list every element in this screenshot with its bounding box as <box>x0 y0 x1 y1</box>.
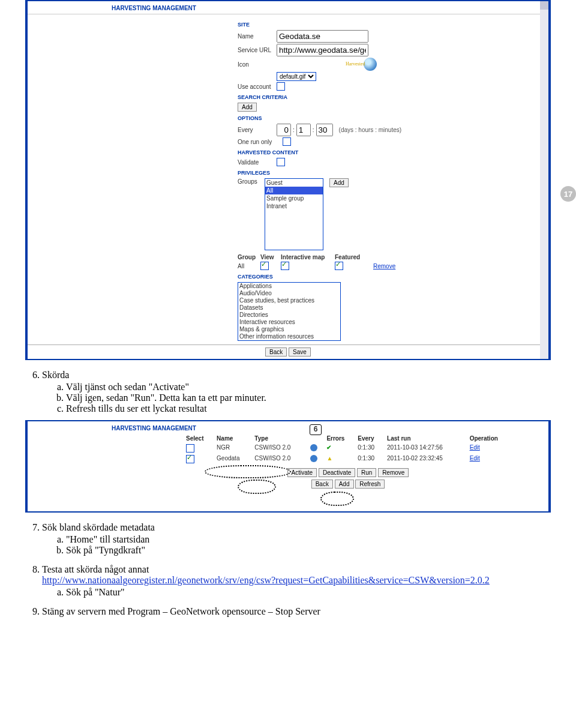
harvesting-list-panel: HARVESTING MANAGEMENT 6 Select Name Type… <box>25 420 551 513</box>
col-featured: Featured <box>335 254 367 260</box>
categories-listbox[interactable]: Applications Audio/Video Case studies, b… <box>238 282 341 341</box>
doc-steps-7-9: Sök bland skördade metadata "Home" till … <box>0 513 576 617</box>
scrollbar[interactable] <box>540 1 548 359</box>
callout-bubble: 6 <box>310 424 322 435</box>
th-select: Select <box>184 434 214 443</box>
step7a: "Home" till startsidan <box>66 534 547 545</box>
cat-option[interactable]: Directories <box>238 311 340 319</box>
every-minutes-input[interactable] <box>316 124 333 136</box>
step9-text: Stäng av servern med Program – GeoNetwor… <box>42 606 320 616</box>
warn-icon: ▲ <box>326 455 332 462</box>
name-label: Name <box>238 33 277 40</box>
edit-link[interactable]: Edit <box>470 444 480 451</box>
groups-listbox[interactable]: Guest All Sample group Intranet <box>265 178 323 250</box>
select-checkbox[interactable] <box>186 455 194 463</box>
every-hours-input[interactable] <box>296 124 311 136</box>
doc-step-6: Skörda Välj tjänst och sedan "Activate" … <box>0 360 576 414</box>
onerun-checkbox[interactable] <box>283 137 291 146</box>
run-button[interactable]: Run <box>357 468 376 477</box>
cat-option[interactable]: Maps & graphics <box>238 326 340 333</box>
save-button[interactable]: Save <box>289 347 311 356</box>
panel-title: HARVESTING MANAGEMENT <box>28 1 548 14</box>
back-button[interactable]: Back <box>265 347 287 356</box>
page-number-badge: 17 <box>560 186 576 202</box>
table-row: NGR CSW/ISO 2.0 ✔ 0:1:30 2011-10-03 14:2… <box>184 443 512 454</box>
th-op: Operation <box>467 434 512 443</box>
add-group-button[interactable]: Add <box>329 178 349 187</box>
activate-button[interactable]: Activate <box>287 468 317 477</box>
useaccount-checkbox[interactable] <box>277 82 285 91</box>
cat-option[interactable]: Interactive resources <box>238 319 340 326</box>
section-harvested: HARVESTED CONTENT <box>238 149 548 155</box>
remove-priv-link[interactable]: Remove <box>373 263 395 269</box>
imap-checkbox[interactable] <box>281 262 289 270</box>
cat-option[interactable]: Audio/Video <box>238 290 340 297</box>
scroll-up-arrow[interactable] <box>540 1 548 10</box>
icon-select[interactable]: default.gif <box>277 72 316 81</box>
validate-checkbox[interactable] <box>277 158 285 166</box>
add-search-button[interactable]: Add <box>238 103 257 112</box>
deactivate-button[interactable]: Deactivate <box>319 468 355 477</box>
table-row: Geodata CSW/ISO 2.0 ▲ 0:1:30 2011-10-02 … <box>184 454 512 465</box>
section-categories: CATEGORIES <box>238 274 548 280</box>
th-lastrun: Last run <box>385 434 467 443</box>
cat-option[interactable]: Other information resources <box>238 333 340 340</box>
cat-option[interactable]: Applications <box>238 283 340 290</box>
step8-text: Testa att skörda något annat <box>42 564 149 574</box>
useaccount-label: Use account <box>238 83 277 90</box>
step8-link[interactable]: http://www.nationaalgeoregister.nl/geone… <box>42 575 490 585</box>
th-status <box>308 434 324 443</box>
url-label: Service URL <box>238 47 277 53</box>
back-button[interactable]: Back <box>311 480 333 489</box>
every-hint: (days : hours : minutes) <box>339 127 401 133</box>
add-button[interactable]: Add <box>335 480 354 489</box>
status-icon <box>310 455 317 462</box>
validate-label: Validate <box>238 159 277 166</box>
icon-label: Icon <box>238 61 277 68</box>
step7b: Sök på "Tyngdkraft" <box>66 545 547 556</box>
th-every: Every <box>355 434 385 443</box>
every-label: Every <box>238 127 277 133</box>
select-checkbox[interactable] <box>186 444 194 453</box>
col-group: Group <box>238 254 260 260</box>
section-options: OPTIONS <box>238 115 548 121</box>
group-option[interactable]: All <box>265 187 323 194</box>
harvested-globe-icon <box>364 58 377 71</box>
onerun-label: One run only <box>238 139 283 145</box>
section-search: SEARCH CRITERIA <box>238 94 548 100</box>
refresh-button[interactable]: Refresh <box>355 480 385 489</box>
step6c: Refresh tills du ser ett lyckat resultat <box>66 403 547 414</box>
th-errors: Errors <box>324 434 355 443</box>
group-option[interactable]: Intranet <box>265 202 323 210</box>
ok-icon: ✔ <box>326 444 331 451</box>
step6a: Välj tjänst och sedan "Activate" <box>66 382 547 393</box>
th-type: Type <box>252 434 308 443</box>
section-site: SITE <box>238 22 548 28</box>
col-imap: Interactive map <box>281 254 335 260</box>
step6-text: Skörda <box>42 370 69 380</box>
col-view: View <box>260 254 281 260</box>
view-checkbox[interactable] <box>260 262 269 270</box>
th-name: Name <box>214 434 252 443</box>
harvest-table: Select Name Type Errors Every Last run O… <box>184 434 512 465</box>
edit-link[interactable]: Edit <box>470 455 480 462</box>
step8a: Sök på "Natur" <box>66 587 547 598</box>
step6b: Välj igen, sedan "Run". Detta kan ta ett… <box>66 393 547 403</box>
step7-text: Sök bland skördade metadata <box>42 522 155 532</box>
remove-button[interactable]: Remove <box>378 468 409 477</box>
cat-option[interactable]: Datasets <box>238 304 340 311</box>
section-privileges: PRIVILEGES <box>238 170 548 176</box>
every-days-input[interactable] <box>277 124 291 136</box>
cat-option[interactable]: Case studies, best practices <box>238 297 340 304</box>
group-option[interactable]: Guest <box>265 179 323 187</box>
status-icon <box>310 444 317 451</box>
featured-checkbox[interactable] <box>335 262 343 270</box>
name-input[interactable] <box>277 30 368 43</box>
harvesting-panel: HARVESTING MANAGEMENT SITE Name Service … <box>25 0 551 360</box>
service-url-input[interactable] <box>277 44 368 56</box>
panel2-title: HARVESTING MANAGEMENT <box>28 421 548 434</box>
priv-row-group: All <box>238 263 260 269</box>
group-option[interactable]: Sample group <box>265 194 323 202</box>
groups-label: Groups <box>238 178 265 185</box>
annotation-oval <box>320 492 354 506</box>
